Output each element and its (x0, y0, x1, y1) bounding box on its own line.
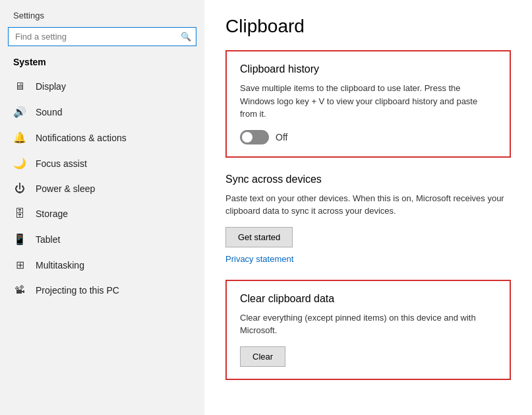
sidebar-item-label: Storage (36, 208, 68, 219)
sidebar-item-display[interactable]: 🖥 Display (0, 74, 204, 99)
projecting-icon: 📽 (13, 284, 26, 296)
clear-clipboard-title: Clear clipboard data (240, 293, 496, 305)
clear-button[interactable]: Clear (240, 346, 285, 367)
system-label: System (0, 54, 204, 74)
clipboard-history-title: Clipboard history (240, 63, 496, 75)
sync-title: Sync across devices (225, 174, 511, 185)
sidebar-item-tablet[interactable]: 📱 Tablet (0, 226, 204, 252)
search-input[interactable] (8, 27, 196, 46)
clipboard-history-toggle-label: Off (276, 132, 287, 143)
sidebar-item-focus[interactable]: 🌙 Focus assist (0, 150, 204, 176)
sync-desc: Paste text on your other devices. When t… (225, 192, 511, 218)
sidebar-item-label: Multitasking (36, 260, 84, 271)
get-started-button[interactable]: Get started (225, 227, 293, 247)
clipboard-history-desc: Save multiple items to the clipboard to … (240, 82, 496, 121)
storage-icon: 🗄 (13, 208, 26, 220)
multitasking-icon: ⊞ (13, 259, 26, 271)
sidebar-item-multitasking[interactable]: ⊞ Multitasking (0, 252, 204, 278)
clipboard-history-section: Clipboard history Save multiple items to… (225, 50, 511, 158)
sidebar-nav: 🖥 Display 🔊 Sound 🔔 Notifications & acti… (0, 74, 204, 303)
sidebar-item-power[interactable]: ⏻ Power & sleep (0, 176, 204, 201)
sidebar-item-label: Display (36, 81, 66, 92)
sidebar-item-label: Focus assist (36, 158, 87, 169)
privacy-statement-link[interactable]: Privacy statement (225, 254, 293, 264)
tablet-icon: 📱 (13, 233, 26, 245)
sidebar-item-label: Notifications & actions (36, 133, 127, 143)
sidebar: Settings 🔍 System 🖥 Display 🔊 Sound 🔔 No… (0, 0, 204, 415)
app-title: Settings (0, 7, 204, 27)
sidebar-item-label: Tablet (36, 234, 60, 245)
sidebar-item-sound[interactable]: 🔊 Sound (0, 99, 204, 125)
display-icon: 🖥 (13, 80, 26, 92)
sync-section: Sync across devices Paste text on your o… (225, 174, 511, 264)
sidebar-item-label: Power & sleep (36, 183, 95, 194)
clipboard-history-toggle[interactable] (240, 130, 269, 144)
sound-icon: 🔊 (13, 106, 26, 118)
focus-icon: 🌙 (13, 157, 26, 170)
sidebar-item-label: Projecting to this PC (36, 285, 119, 296)
search-icon: 🔍 (181, 32, 191, 42)
clipboard-history-toggle-row: Off (240, 130, 496, 144)
clear-clipboard-section: Clear clipboard data Clear everything (e… (225, 280, 511, 380)
power-icon: ⏻ (13, 183, 26, 195)
search-box[interactable]: 🔍 (8, 27, 196, 46)
sidebar-item-notifications[interactable]: 🔔 Notifications & actions (0, 125, 204, 150)
page-title: Clipboard (225, 16, 511, 37)
main-content: Clipboard Clipboard history Save multipl… (204, 0, 532, 415)
sidebar-item-storage[interactable]: 🗄 Storage (0, 201, 204, 226)
notifications-icon: 🔔 (13, 131, 26, 144)
clear-clipboard-desc: Clear everything (except pinned items) o… (240, 311, 496, 337)
sidebar-item-projecting[interactable]: 📽 Projecting to this PC (0, 278, 204, 303)
sidebar-item-label: Sound (36, 107, 62, 117)
